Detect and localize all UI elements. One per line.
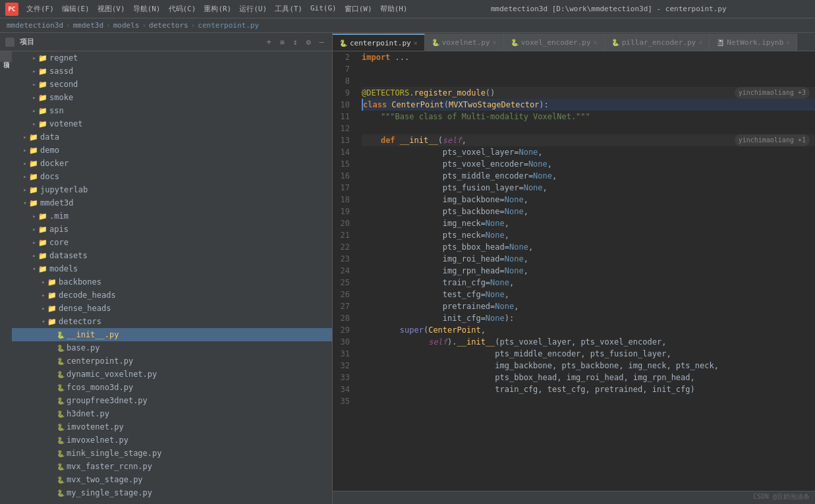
code-line-20: img_neck=None,	[362, 217, 815, 229]
line-number-32: 32	[333, 360, 354, 372]
menu-navigate[interactable]: 导航(N)	[133, 4, 161, 14]
annotation-line-13: yinchimaoliang +1	[735, 134, 810, 146]
app-icon: PC	[5, 3, 18, 16]
breadcrumb-part-3[interactable]: detectors	[149, 21, 188, 30]
code-line-9: yinchimaoliang +3@DETECTORS.register_mod…	[362, 87, 815, 99]
tree-item[interactable]: ▸📁 sassd	[12, 65, 332, 78]
code-content-area: 2789101112131415161718192021222324252627…	[333, 51, 815, 407]
menu-tools[interactable]: 工具(T)	[275, 4, 302, 14]
tree-item[interactable]: ▸📁 regnet	[12, 51, 332, 65]
sidebar-toolbar: 项目 + ≡ ↕ ⚙ –	[0, 33, 332, 51]
tree-item[interactable]: 🐍 groupfree3dnet.py	[12, 394, 332, 407]
tree-item[interactable]: 🐍 imvotenet.py	[12, 420, 332, 434]
editor-tab-NetWork.ipynb[interactable]: 📓NetWork.ipynb ×	[710, 34, 797, 51]
breadcrumb: mmdetection3d › mmdet3d › models › detec…	[0, 18, 815, 33]
tree-item[interactable]: 🐍 mvx_two_stage.py	[12, 473, 332, 486]
sidebar-label: 项目	[20, 37, 261, 47]
toolbar-menu-btn[interactable]: ≡	[277, 37, 287, 47]
tree-item[interactable]: ▸📁 datasets	[12, 249, 332, 262]
menu-code[interactable]: 代码(C)	[169, 4, 196, 14]
line-number-17: 17	[333, 182, 354, 194]
menu-edit[interactable]: 编辑(E)	[62, 4, 90, 14]
menu-bar[interactable]: 文件(F) 编辑(E) 视图(V) 导航(N) 代码(C) 重构(R) 运行(U…	[26, 4, 408, 14]
editor-tab-pillar_encoder.py[interactable]: 🐍pillar_encoder.py ×	[605, 34, 710, 51]
tree-item[interactable]: ▸📁 apis	[12, 223, 332, 236]
tree-item[interactable]: ▸📁 ssn	[12, 104, 332, 117]
code-lines: import ... yinchimaoliang +3@DETECTORS.r…	[359, 51, 815, 407]
menu-refactor[interactable]: 重构(R)	[204, 4, 231, 14]
toolbar-sort-btn[interactable]: ↕	[290, 37, 300, 47]
editor-tab-centerpoint.py[interactable]: 🐍centerpoint.py ×	[333, 34, 425, 51]
toolbar-settings-btn[interactable]: ⚙	[303, 37, 314, 47]
code-editor[interactable]: 2789101112131415161718192021222324252627…	[333, 51, 815, 491]
tree-item[interactable]: ▸📁 .mim	[12, 210, 332, 223]
code-line-13: yinchimaoliang +1 def __init__(self,	[362, 134, 815, 146]
main-layout: 项目 + ≡ ↕ ⚙ – 项目 ▸📁 regnet▸📁 sassd▸📁 seco…	[0, 33, 815, 504]
tree-item[interactable]: 🐍 __init__.py	[12, 328, 332, 341]
vtab-project[interactable]: 项目	[0, 51, 12, 62]
tab-bar: 🐍centerpoint.py ×🐍voxelnet.py ×🐍voxel_en…	[333, 33, 815, 51]
tree-item[interactable]: 🐍 fcos_mono3d.py	[12, 381, 332, 394]
code-line-2: import ...	[362, 51, 815, 63]
code-line-25: train_cfg=None,	[362, 277, 815, 289]
line-number-26: 26	[333, 289, 354, 300]
watermark: CSDN @豆奶泡油条	[753, 492, 810, 501]
code-line-24: img_rpn_head=None,	[362, 265, 815, 277]
tree-item[interactable]: ▸📁 dense_heads	[12, 302, 332, 315]
toolbar-add-btn[interactable]: +	[264, 37, 274, 47]
tree-item[interactable]: ▸📁 jupyterlab	[12, 183, 332, 196]
tree-item[interactable]: ▾📁 models	[12, 262, 332, 275]
editor-tab-voxelnet.py[interactable]: 🐍voxelnet.py ×	[425, 34, 504, 51]
tree-item[interactable]: ▸📁 docs	[12, 170, 332, 183]
tree-item[interactable]: 🐍 base.py	[12, 341, 332, 354]
code-line-17: pts_fusion_layer=None,	[362, 182, 815, 194]
tree-item[interactable]: ▸📁 smoke	[12, 91, 332, 104]
line-number-11: 11	[333, 111, 354, 123]
line-number-10: 10	[333, 99, 354, 111]
tree-item[interactable]: ▸📁 backbones	[12, 275, 332, 289]
line-number-22: 22	[333, 241, 354, 253]
tree-item[interactable]: 🐍 dynamic_voxelnet.py	[12, 368, 332, 381]
tree-item[interactable]: ▸📁 data	[12, 130, 332, 144]
code-line-23: img_roi_head=None,	[362, 253, 815, 265]
line-number-34: 34	[333, 383, 354, 395]
tree-item[interactable]: ▾📁 mmdet3d	[12, 196, 332, 210]
menu-window[interactable]: 窗口(W)	[345, 4, 372, 14]
breadcrumb-part-1[interactable]: mmdet3d	[73, 21, 103, 30]
line-number-24: 24	[333, 265, 354, 277]
menu-view[interactable]: 视图(V)	[98, 4, 125, 14]
toolbar-collapse-btn[interactable]: –	[316, 37, 327, 47]
line-number-27: 27	[333, 300, 354, 312]
tree-item[interactable]: ▸📁 core	[12, 236, 332, 249]
tree-item[interactable]: 🐍 centerpoint.py	[12, 354, 332, 368]
tree-item[interactable]: 🐍 mink_single_stage.py	[12, 447, 332, 460]
menu-run[interactable]: 运行(U)	[239, 4, 267, 14]
breadcrumb-part-0[interactable]: mmdetection3d	[7, 21, 63, 30]
tree-item[interactable]: ▸📁 decode_heads	[12, 289, 332, 302]
menu-help[interactable]: 帮助(H)	[380, 4, 408, 14]
editor-tab-voxel_encoder.py[interactable]: 🐍voxel_encoder.py ×	[504, 34, 605, 51]
code-line-32: img_backbone, pts_backbone, img_neck, pt…	[362, 360, 815, 372]
tree-item[interactable]: ▸📁 demo	[12, 144, 332, 157]
tree-item[interactable]: ▸📁 votenet	[12, 117, 332, 130]
line-number-28: 28	[333, 312, 354, 324]
code-line-7	[362, 63, 815, 75]
tree-item[interactable]: 🐍 mvx_faster_rcnn.py	[12, 460, 332, 473]
code-line-15: pts_voxel_encoder=None,	[362, 158, 815, 170]
breadcrumb-current[interactable]: centerpoint.py	[198, 21, 259, 30]
code-line-34: train_cfg, test_cfg, pretrained, init_cf…	[362, 383, 815, 395]
line-number-16: 16	[333, 170, 354, 182]
menu-file[interactable]: 文件(F)	[26, 4, 54, 14]
line-number-2: 2	[333, 51, 354, 63]
breadcrumb-part-2[interactable]: models	[113, 21, 140, 30]
line-number-19: 19	[333, 206, 354, 217]
tree-item[interactable]: ▸📁 second	[12, 78, 332, 91]
tree-item[interactable]: 🐍 h3dnet.py	[12, 407, 332, 420]
tree-item[interactable]: ▸📁 docker	[12, 157, 332, 170]
code-line-16: pts_middle_encoder=None,	[362, 170, 815, 182]
menu-git[interactable]: Git(G)	[310, 4, 337, 14]
line-number-13: 13	[333, 134, 354, 146]
tree-item[interactable]: ▾📁 detectors	[12, 315, 332, 328]
tree-item[interactable]: 🐍 imvoxelnet.py	[12, 434, 332, 447]
tree-item[interactable]: 🐍 my_single_stage.py	[12, 486, 332, 499]
